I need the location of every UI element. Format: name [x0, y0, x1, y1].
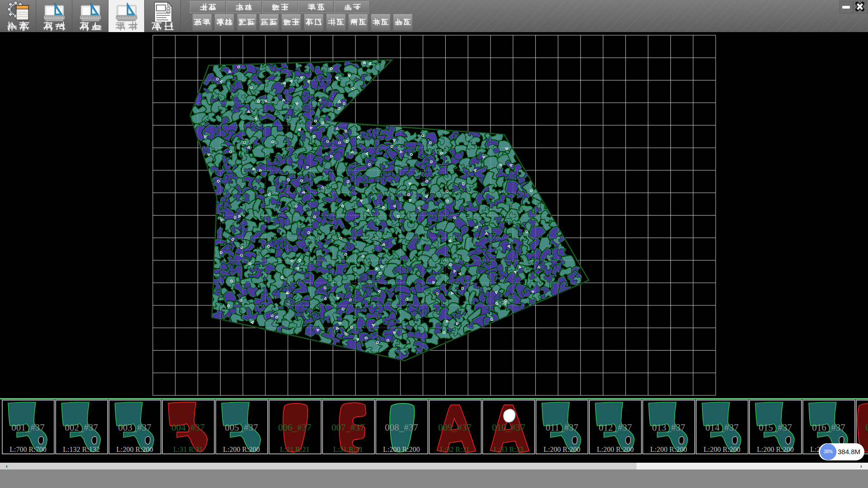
svg-text:L:31 R:31: L:31 R:31 — [333, 446, 363, 453]
svg-text:007_#37: 007_#37 — [331, 422, 365, 433]
svg-text:006_#37: 006_#37 — [278, 422, 311, 433]
svg-text:005_#37: 005_#37 — [225, 422, 258, 433]
svg-text:L:700 R:700: L:700 R:700 — [9, 446, 46, 453]
svg-text:L:200 R:200: L:200 R:200 — [597, 446, 633, 453]
svg-text:013_#37: 013_#37 — [652, 422, 685, 433]
svg-text:L:33 R:33: L:33 R:33 — [494, 446, 523, 453]
svg-text:014_#37: 014_#37 — [705, 422, 739, 433]
svg-text:001_#37: 001_#37 — [11, 422, 45, 433]
svg-text:010_#37: 010_#37 — [492, 422, 525, 433]
svg-text:L:200 R:200: L:200 R:200 — [650, 446, 687, 453]
svg-text:002_#37: 002_#37 — [65, 422, 98, 433]
svg-text:L:200 R:200: L:200 R:200 — [383, 446, 420, 453]
svg-text:015_#37: 015_#37 — [759, 422, 792, 433]
svg-text:L:200 R:200: L:200 R:200 — [543, 446, 580, 453]
svg-text:L:200 R:200: L:200 R:200 — [223, 446, 259, 453]
svg-text:L:32 R:31: L:32 R:31 — [440, 446, 469, 453]
svg-text:017_#37: 017_#37 — [865, 422, 868, 433]
svg-text:012_#37: 012_#37 — [599, 422, 632, 433]
svg-text:L:132 R:132: L:132 R:132 — [63, 446, 99, 453]
svg-text:011_#37: 011_#37 — [546, 422, 579, 433]
svg-text:L:200 R:200: L:200 R:200 — [757, 446, 793, 453]
svg-text:004_#37: 004_#37 — [171, 422, 205, 433]
svg-text:008_#37: 008_#37 — [385, 422, 418, 433]
svg-text:L:200 R:200: L:200 R:200 — [116, 446, 153, 453]
svg-text:009_#37: 009_#37 — [438, 422, 472, 433]
svg-text:L:31 R:31: L:31 R:31 — [173, 446, 203, 453]
svg-text:016_#37: 016_#37 — [812, 422, 845, 433]
svg-text:003_#37: 003_#37 — [118, 422, 151, 433]
svg-text:L:200 R:200: L:200 R:200 — [703, 446, 740, 453]
svg-text:L:21 R:21: L:21 R:21 — [280, 446, 309, 453]
